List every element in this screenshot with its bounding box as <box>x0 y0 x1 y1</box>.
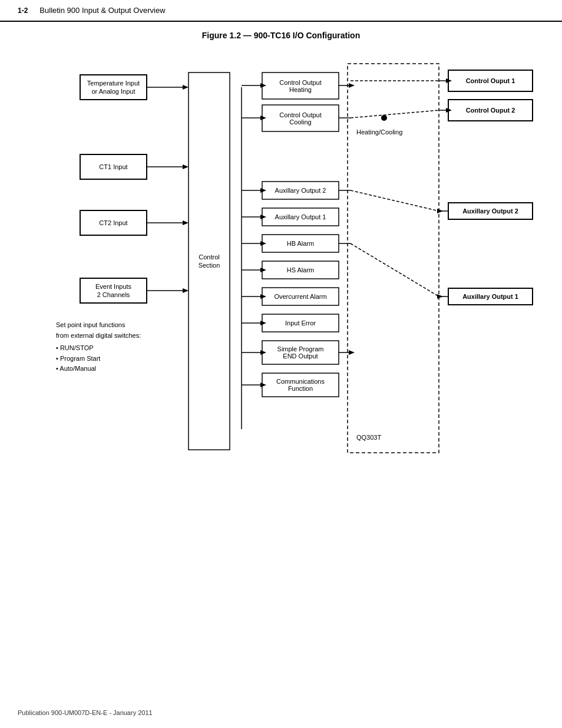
aux-output-1-right-label: Auxillary Output 1 <box>449 289 532 304</box>
control-output-heating-label: Control Output Heating <box>262 73 339 99</box>
control-section-label: Control Section <box>189 73 230 450</box>
control-output-2-label: Control Ouput 2 <box>449 100 532 120</box>
setpoint-text-block: Set point input functionsfrom external d… <box>56 320 203 374</box>
input-error-label: Input Error <box>262 314 339 332</box>
heating-cooling-label: Heating/Cooling <box>356 129 402 136</box>
svg-line-32 <box>351 190 439 211</box>
control-output-1-label: Control Ouput 1 <box>449 71 532 91</box>
svg-point-25 <box>381 115 387 121</box>
svg-line-29 <box>351 110 439 118</box>
ct2-input-box: CT2 Input <box>80 210 147 236</box>
svg-marker-21 <box>349 83 355 88</box>
diagram-container: Temperature Input or Analog Input CT1 In… <box>18 52 544 476</box>
aux-output-1-center-label: Auxillary Output 1 <box>262 208 339 226</box>
svg-marker-14 <box>183 220 189 225</box>
svg-rect-0 <box>348 64 439 453</box>
control-output-cooling-label: Control Output Cooling <box>262 105 339 131</box>
ct1-input-box: CT1 Input <box>80 154 147 180</box>
svg-line-38 <box>351 243 439 297</box>
page-number: 1-2 <box>18 6 28 15</box>
overcurrent-alarm-label: Overcurrent Alarm <box>262 288 339 305</box>
svg-marker-39 <box>437 294 443 299</box>
page-footer: Publication 900-UM007D-EN-E - January 20… <box>18 709 153 716</box>
svg-marker-46 <box>349 350 355 355</box>
communications-label: Communications Function <box>262 373 339 397</box>
setpoint-item-2: • Program Start <box>56 354 203 364</box>
setpoint-intro: Set point input functionsfrom external d… <box>56 320 203 341</box>
figure-title: Figure 1.2 — 900-TC16 I/O Configuration <box>0 31 562 40</box>
setpoint-item-1: • RUN/STOP <box>56 343 203 354</box>
page-header: 1-2 Bulletin 900 Input & Output Overview <box>0 0 562 22</box>
svg-marker-16 <box>183 288 189 293</box>
qq303t-label: QQ303T <box>356 434 381 441</box>
header-title: Bulletin 900 Input & Output Overview <box>39 6 165 15</box>
svg-marker-33 <box>437 209 443 213</box>
setpoint-item-3: • Auto/Manual <box>56 364 203 374</box>
simple-program-label: Simple Program END Output <box>262 341 339 364</box>
aux-output-2-center-label: Auxillary Output 2 <box>262 182 339 199</box>
hb-alarm-label: HB Alarm <box>262 235 339 252</box>
aux-output-2-right-label: Auxillary Output 2 <box>449 203 532 219</box>
svg-marker-12 <box>183 164 189 169</box>
svg-marker-10 <box>183 85 189 90</box>
hs-alarm-label: HS Alarm <box>262 261 339 279</box>
temp-input-box: Temperature Input or Analog Input <box>80 74 147 100</box>
event-inputs-box: Event Inputs 2 Channels <box>80 278 147 304</box>
